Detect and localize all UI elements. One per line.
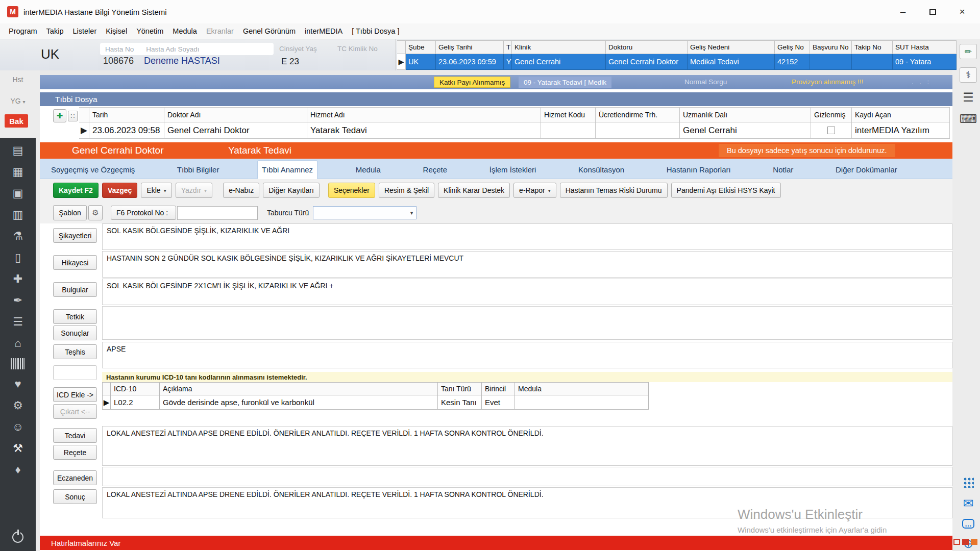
calendar-icon[interactable]: ▣ [13,187,23,200]
diger-kayitlar-button[interactable]: Diğer Kayıtları [263,183,320,198]
admission-row[interactable]: ▶ UK 23.06.2023 09:59 Y Genel Cerrahi Ge… [397,54,957,70]
mail-icon[interactable]: ✉ [963,496,974,511]
teshis-button[interactable]: Teşhis [53,344,97,359]
tetkik-sonuclar-field[interactable] [102,306,952,340]
banner-note: Bu dosyayı sadece yatış sonucu için dold… [719,144,895,157]
menu-tibbi-dosya[interactable]: [ Tıbbi Dosya ] [347,25,404,37]
tab-hastanin-raporlari[interactable]: Hastanın Raporları [663,161,735,179]
mini-minimize-button[interactable] [953,539,960,545]
calculator-icon[interactable]: ▦ [13,165,23,179]
erapor-button[interactable]: e-Rapor▾ [513,183,556,198]
edit-record-button[interactable]: ✏ [960,44,977,59]
tetkik-button[interactable]: Tetkik [53,309,97,324]
enabiz-button[interactable]: e-Nabız [223,183,259,198]
vazgec-button[interactable]: Vazgeç [102,183,137,198]
tab-tibbi-bilgiler[interactable]: Tıbbi Bilgiler [173,161,224,179]
menu-takip[interactable]: Takip [42,25,68,37]
sonuc-button[interactable]: Sonuç [53,489,97,504]
col-gelis-no: Geliş No [775,41,810,54]
tab-diger-dokumanlar[interactable]: Diğer Dokümanlar [831,161,901,179]
eczaneden-button[interactable]: Eczaneden [53,470,97,485]
menu-medula[interactable]: Medula [168,25,202,37]
robot-icon[interactable]: ⚙ [13,399,23,412]
tab-recete[interactable]: Reçete [419,161,452,179]
resim-sekil-button[interactable]: Resim & Şekil [379,183,434,198]
minimize-button[interactable]: – [888,0,918,23]
cart-icon[interactable]: ⚒ [13,442,23,455]
klinik-karar-button[interactable]: Klinik Karar Destek [438,183,510,198]
sonuclar-button[interactable]: Sonuçlar [53,325,97,340]
tedavi-button[interactable]: Tedavi [53,428,97,443]
yg-dropdown[interactable]: YG ▾ [0,97,36,105]
sablon-button[interactable]: Şablon [53,205,87,220]
add-record-button[interactable]: ✚ [53,109,66,122]
pandemi-button[interactable]: Pandemi Aşı Etkisi HSYS Kayit [671,183,781,198]
bulgular-button[interactable]: Bulgular [53,282,97,297]
sikayetleri-field[interactable]: SOL KASIK BÖLGESİNDE ŞİŞLİK, KIZARIKLIK … [102,223,952,250]
barcode-icon[interactable] [11,358,25,369]
recete-button[interactable]: Reçete [53,445,97,460]
taburcu-turu-select[interactable]: ▾ [313,206,416,219]
menu-kisisel[interactable]: Kişisel [101,25,132,37]
menu-bar: Program Takip Listeler Kişisel Yönetim M… [0,23,980,39]
heart-icon[interactable]: ♥ [14,378,21,391]
apps-grid-icon[interactable] [963,477,974,488]
eczaneden-field[interactable] [102,467,952,486]
menu-program[interactable]: Program [4,25,42,37]
document-icon[interactable]: ▯ [15,251,21,264]
ekle-button[interactable]: Ekle▾ [141,183,172,198]
hikayesi-field[interactable]: HASTANIN SON 2 GÜNDÜR SOL KASIK BÖLGESİN… [102,251,952,278]
tab-soygecmis[interactable]: Soygeçmiş ve Özgeçmiş [47,161,139,179]
tibbi-dosya-row[interactable]: ▶ 23.06.2023 09:58 Genel Cerrahi Doktor … [79,122,950,139]
tab-notlar[interactable]: Notlar [769,161,797,179]
reminder-statusbar[interactable]: Hatırlatmalarınız Var [40,536,952,550]
kaydet-button[interactable]: Kaydet F2 [53,183,99,198]
sikayetleri-button[interactable]: Şikayetleri [53,228,97,243]
power-icon[interactable] [12,532,23,543]
document-add-icon[interactable]: ✚ [13,272,22,286]
assistant-icon[interactable]: ☺ [12,420,23,434]
bulgular-field[interactable]: SOL KASIK BÖLGESİNDE 2X1CM'LİK ŞİŞLİK, K… [102,279,952,305]
teshis-field[interactable]: APSE [102,342,952,368]
icd-ekle-button[interactable]: ICD Ekle -> [53,387,97,402]
gizlenmis-checkbox[interactable] [827,127,835,134]
menu-listeler[interactable]: Listeler [68,25,101,37]
chat-icon[interactable]: … [962,519,974,529]
col-gizlenmis: Gizlenmiş [811,107,852,122]
left-sidebar: ▤ ▦ ▣ ▥ ⚗ ▯ ✚ ✒ ☰ ⌂ ♥ ⚙ ☺ ⚒ ♦ [0,138,36,551]
tab-medula[interactable]: Medula [352,161,385,179]
tab-islem-istekleri[interactable]: İşlem İstekleri [485,161,541,179]
bak-button[interactable]: Bak [5,114,28,128]
tab-konsultasyon[interactable]: Konsültasyon [574,161,628,179]
menu-intermedia[interactable]: interMEDIA [300,25,347,37]
icd-row[interactable]: ▶ L02.2 Gövde derisinde apse, furonkül v… [102,395,649,410]
mini-restore-button[interactable] [962,539,969,545]
tab-tibbi-anamnez[interactable]: Tıbbi Anamnez [257,160,317,179]
pen-icon[interactable]: ✒ [13,294,22,307]
lab-flask-icon[interactable]: ⚗ [13,230,23,243]
bed-icon[interactable]: ⌂ [14,337,21,350]
close-button[interactable]: × [947,0,977,23]
notes-icon[interactable]: ☰ [13,315,23,329]
mini-close-button[interactable] [971,539,977,545]
col-t: T [504,41,512,54]
maximize-button[interactable] [918,0,947,23]
temas-riski-button[interactable]: Hastanın Temas Riski Durumu [560,183,668,198]
sablon-gear-button[interactable]: ⚙ [88,205,103,220]
menu-genel-gorunum[interactable]: Genel Görünüm [238,25,300,37]
grid-options-button[interactable]: ∷ [68,111,78,121]
protokol-no-input[interactable] [177,206,258,220]
keyboard-icon[interactable]: ⌨ [960,112,977,126]
hst-tab[interactable]: Hst [0,76,36,84]
hikayesi-button[interactable]: Hikayesi [53,255,97,270]
tedavi-field[interactable]: LOKAL ANESTEZİ ALTINDA APSE DRENE EDİLDİ… [102,426,952,466]
col-icd10: ICD-10 [111,382,160,395]
chevron-down-icon: ▾ [548,188,551,193]
secenekler-button[interactable]: Seçenekler [328,183,375,198]
printer-icon[interactable]: ▥ [13,208,23,221]
forms-list-icon[interactable]: ☰ [963,91,974,104]
patient-card-icon[interactable]: ▤ [13,144,23,157]
drop-icon[interactable]: ♦ [15,463,20,477]
menu-yonetim[interactable]: Yönetim [132,25,168,37]
stethoscope-button[interactable]: ⚕ [960,67,977,83]
